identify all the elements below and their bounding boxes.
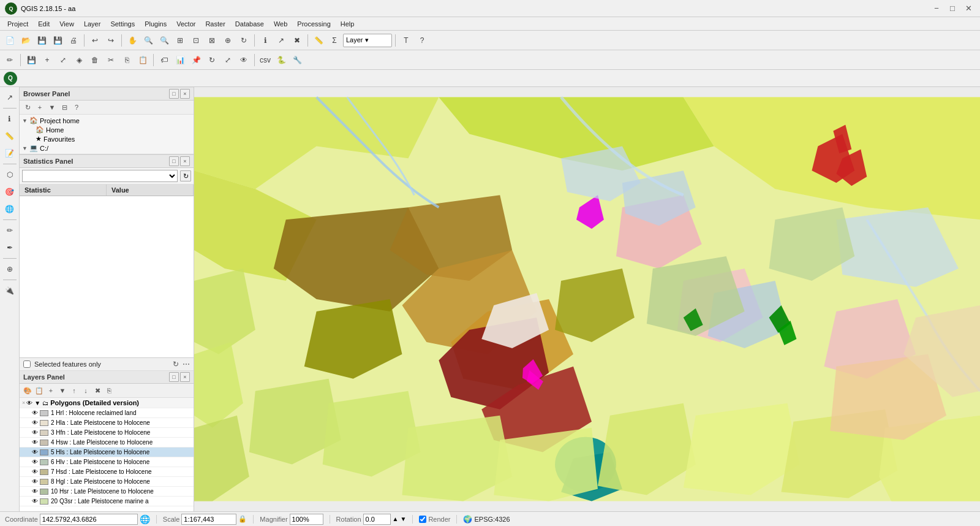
magnifier-input[interactable] [290,514,323,525]
zoom-selection-button[interactable]: ⊠ [205,33,219,48]
refresh-button[interactable]: ↻ [236,33,251,48]
save-as-button[interactable]: 💾 [50,33,65,48]
digitize-button[interactable]: ✏ [2,223,18,238]
redo-button[interactable]: ↪ [104,33,118,48]
layer-eye-5[interactable]: 👁 [32,449,38,455]
layer-dropdown[interactable]: Layer ▾ [343,34,392,47]
stats-panel-float-button[interactable]: □ [169,156,179,166]
menu-item-edit[interactable]: Edit [33,19,55,29]
plugin2-button[interactable]: 🔧 [290,53,304,67]
layers-attribute-button[interactable]: 📋 [34,385,45,396]
stats-refresh-button[interactable]: ↻ [180,170,191,181]
browser-collapse-button[interactable]: ⊟ [59,102,70,113]
eye-icon[interactable]: 👁 [26,400,32,406]
deselect-button[interactable]: ✖ [290,33,304,48]
selected-features-checkbox[interactable] [23,360,31,368]
browser-panel-float-button[interactable]: □ [169,89,179,99]
layers-duplicate-button[interactable]: ⎘ [104,385,115,396]
move-label-button[interactable]: ⤢ [221,53,235,67]
layer-eye-3[interactable]: 👁 [32,429,38,436]
menu-item-database[interactable]: Database [230,19,269,29]
epsg-item[interactable]: 🌍 EPSG:4326 [463,515,510,524]
menu-item-layer[interactable]: Layer [79,19,106,29]
diagram-button[interactable]: 📊 [173,53,187,67]
zoom-full-button[interactable]: ⊞ [173,33,187,48]
identify-button[interactable]: ℹ [2,111,18,127]
browser-tree-home[interactable]: 🏠 Home [20,125,194,134]
layer-item-3[interactable]: 👁3 Hfn : Late Pleistocene to Holocene [20,428,194,438]
select-feature-button[interactable]: ↗ [2,90,18,105]
menu-item-plugins[interactable]: Plugins [140,19,172,29]
pin-label-button[interactable]: 📌 [189,53,203,67]
select-button[interactable]: ↗ [274,33,288,48]
print-button[interactable]: 🖨 [66,33,81,48]
pan-selection-button[interactable]: ⊕ [221,33,235,48]
cut-button[interactable]: ✂ [104,53,118,67]
save-project-button[interactable]: 💾 [34,33,49,48]
lock-icon[interactable]: 🔒 [238,515,247,523]
stats-more-button[interactable]: ⋯ [183,360,190,368]
measure-button[interactable]: 📏 [311,33,326,48]
layer-item-1[interactable]: 👁1 Hrl : Holocene reclaimed land [20,408,194,418]
plugin3-button[interactable]: 🔌 [2,283,18,299]
layers-move-down-button[interactable]: ↓ [80,385,91,396]
rotation-input[interactable] [363,514,391,525]
advanced-digitize-button[interactable]: ✒ [2,240,18,256]
annotations-button[interactable]: 📝 [2,145,18,161]
pan-button[interactable]: ✋ [125,33,140,48]
layer-item-5[interactable]: 👁5 Hls : Late Pleistocene to Holocene [20,448,194,457]
layer-eye-1[interactable]: 👁 [32,410,38,416]
coordinate-button[interactable]: 🎯 [2,184,18,200]
layer-item-7[interactable]: 👁7 Hsd : Late Pleistocene to Holocene [20,467,194,477]
rotate-label-button[interactable]: ↻ [205,53,219,67]
menu-item-settings[interactable]: Settings [105,19,140,29]
menu-item-processing[interactable]: Processing [292,19,335,29]
edit-button[interactable]: ✏ [2,53,17,67]
csv-button[interactable]: csv [258,53,273,67]
menu-item-raster[interactable]: Raster [200,19,230,29]
undo-button[interactable]: ↩ [88,33,102,48]
layer-group-polygons[interactable]: × 👁 ▼ 🗂 Polygons (Detailed version) [20,398,194,408]
close-button[interactable]: ✕ [962,3,975,14]
layers-filter-button[interactable]: ▼ [57,385,68,396]
layers-panel-float-button[interactable]: □ [169,372,179,382]
browser-filter-button[interactable]: ▼ [47,102,58,113]
spatial-query-button[interactable]: ⬡ [2,167,18,183]
new-project-button[interactable]: 📄 [2,33,17,48]
layers-move-up-button[interactable]: ↑ [69,385,80,396]
georef-button[interactable]: ⊕ [2,261,18,277]
label-button[interactable]: T [399,33,413,48]
sum-button[interactable]: Σ [327,33,342,48]
browser-tree-c-drive[interactable]: ▼ 💻 C:/ [20,143,194,153]
menu-item-web[interactable]: Web [269,19,292,29]
save-edits-button[interactable]: 💾 [24,53,39,67]
layer-eye-20[interactable]: 👁 [32,498,38,505]
measure-map-button[interactable]: 📏 [2,128,18,144]
rotation-down-icon[interactable]: ▼ [401,516,407,522]
close-icon[interactable]: × [22,400,25,406]
layer-item-8[interactable]: 👁8 Hgl : Late Pleistocene to Holocene [20,477,194,487]
stats-panel-close-button[interactable]: × [180,156,190,166]
coordinate-input[interactable] [40,514,138,525]
layer-eye-7[interactable]: 👁 [32,468,38,475]
layer-item-4[interactable]: 👁4 Hsw : Late Pleistocene to Holocene [20,438,194,448]
layer-eye-2[interactable]: 👁 [32,419,38,426]
paste-button[interactable]: 📋 [135,53,150,67]
browser-panel-close-button[interactable]: × [180,89,190,99]
move-feature-button[interactable]: ⤢ [56,53,70,67]
help-button[interactable]: ? [415,33,429,48]
render-checkbox[interactable] [419,516,426,523]
layers-panel-close-button[interactable]: × [180,372,190,382]
copy-button[interactable]: ⎘ [119,53,134,67]
layer-eye-4[interactable]: 👁 [32,439,38,446]
browser-tree-project-home[interactable]: ▼ 🏠 Project home [20,116,194,125]
layer-eye-8[interactable]: 👁 [32,478,38,485]
layer-item-6[interactable]: 👁6 Hlv : Late Pleistocene to Holocene [20,457,194,467]
menu-item-project[interactable]: Project [2,19,33,29]
zoom-out-button[interactable]: 🔍 [157,33,172,48]
add-feature-button[interactable]: + [40,53,55,67]
open-project-button[interactable]: 📂 [18,33,33,48]
browser-help-button[interactable]: ? [71,102,82,113]
browser-tree-apps[interactable]: ▶ 📁 Apps [20,153,194,154]
layer-item-20[interactable]: 👁20 Q3sr : Late Pleistocene marine a [20,497,194,506]
